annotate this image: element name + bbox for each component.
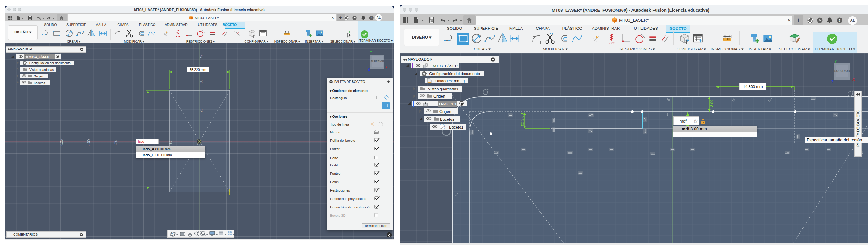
svg-text:?: ? bbox=[839, 18, 841, 22]
svg-text:?: ? bbox=[371, 16, 372, 20]
